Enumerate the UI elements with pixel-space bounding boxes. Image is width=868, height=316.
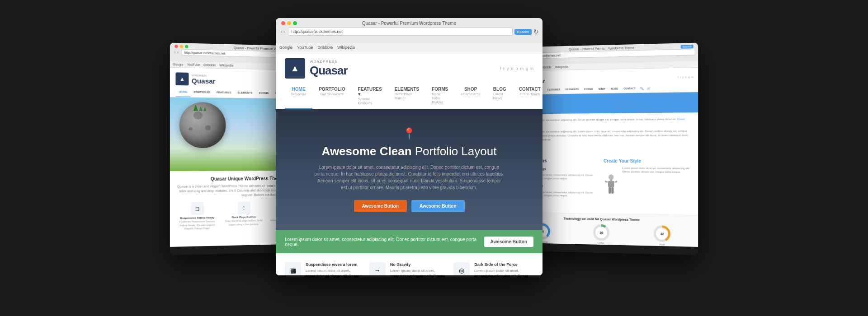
nav-contact[interactable]: CONTACT Get in Touch xyxy=(513,83,542,109)
right-nav-elements[interactable]: ELEMENTS xyxy=(563,86,581,93)
nav-shop[interactable]: SHOP eCommerce xyxy=(454,83,487,109)
gauge-value-php: 42 xyxy=(656,228,668,240)
tl-yellow-left[interactable] xyxy=(180,45,183,48)
tree-3 xyxy=(203,107,206,111)
nav-features[interactable]: FEATURES ▾ Special Features xyxy=(352,83,388,109)
right-browser-search-icon: Search xyxy=(681,44,693,48)
social-yt[interactable]: y xyxy=(507,66,509,71)
address-bar-center[interactable]: http://quasar.rockthemes.net xyxy=(288,28,512,36)
left-nav-features[interactable]: FEATURES xyxy=(213,88,235,98)
tl-red-left[interactable] xyxy=(175,45,178,48)
left-feat-icon-responsive: ◻ xyxy=(191,202,204,215)
social-pin[interactable]: d xyxy=(511,66,513,71)
right-col-right-title: Create Your Style xyxy=(604,158,693,164)
feature-title-3: Dark Side of the Force xyxy=(474,262,533,267)
right-col-right-desc: Lorem ipsum dolor sit amet, consectetur … xyxy=(623,166,693,174)
feature-item-2: → No Gravity Lorem ipsum dolor sit amet,… xyxy=(369,262,449,275)
nav-portfolio[interactable]: PORTFOLIO Our Showcase xyxy=(312,83,351,109)
feature-text-2: No Gravity Lorem ipsum dolor sit amet, c… xyxy=(390,262,449,275)
left-logo-icon: ▲ xyxy=(175,72,189,85)
planet-visual xyxy=(179,102,226,148)
refresh-icon-center[interactable]: ↻ xyxy=(533,28,539,35)
left-feat-icon-pagebuilder: ⋮ xyxy=(237,202,250,215)
gauge-html: 10 HTML xyxy=(593,224,609,245)
social-g[interactable]: b xyxy=(515,66,518,71)
left-nav-home[interactable]: HOME xyxy=(175,88,190,97)
center-logo-icon: ▲ xyxy=(285,58,305,79)
center-header-top: ▲ Wordpress Quasar f t y d b m g xyxy=(285,58,533,79)
hero-title: Awesome Clean Portfolio Layout xyxy=(285,144,533,158)
feature-text-1: Suspendisse viverra lorem Lorem ipsum do… xyxy=(306,262,365,275)
left-logo-text: Quasar xyxy=(192,77,216,85)
reader-button-center[interactable]: Reader xyxy=(514,29,532,35)
gauge-label-php: PHP xyxy=(654,243,670,246)
screenshots-container: Quasar - Powerful Premium Wordpress Them… xyxy=(185,18,683,298)
right-nav-contact[interactable]: CONTACT xyxy=(621,85,638,93)
right-search-icon[interactable]: 🔍 xyxy=(638,85,645,93)
green-banner-btn[interactable]: Awesome Button xyxy=(484,237,534,247)
tl-green-center[interactable] xyxy=(293,21,297,25)
left-feat-responsive: ◻ Responsive Retina Ready 5 Different Re… xyxy=(175,202,219,231)
hero-btn-awesome-1[interactable]: Awesome Button xyxy=(354,200,407,212)
center-header: ▲ Wordpress Quasar f t y d b m g xyxy=(276,51,542,109)
feature-text-3: Dark Side of the Force Lorem ipsum dolor… xyxy=(474,262,533,275)
crater-3 xyxy=(189,127,192,130)
svg-rect-6 xyxy=(611,187,613,194)
center-browser-content: ▲ Wordpress Quasar f t y d b m g xyxy=(276,51,542,275)
social-g2[interactable]: g xyxy=(526,66,528,71)
svg-rect-2 xyxy=(608,181,614,187)
right-nav-blog[interactable]: BLOG xyxy=(608,85,621,93)
svg-rect-1 xyxy=(610,180,612,181)
tl-red-center[interactable] xyxy=(281,21,285,25)
center-logo-wordpress: Wordpress xyxy=(310,60,348,64)
left-feat-desc-pagebuilder: Drag and drop page builder. Build pages … xyxy=(222,219,265,226)
center-nav: HOME Welcome PORTFOLIO Our Showcase FEAT… xyxy=(285,83,542,109)
right-nav-features[interactable]: FEATURES xyxy=(545,86,563,93)
hero-subtitle: Lorem ipsum dolor sit amet, consectetur … xyxy=(314,164,504,191)
island-trees xyxy=(193,104,207,111)
crater-1 xyxy=(193,112,203,120)
right-search-button[interactable]: Search xyxy=(681,44,693,48)
nav-back-left[interactable]: ‹ › xyxy=(173,49,180,56)
social-m[interactable]: m xyxy=(520,66,524,71)
title-bar-center: Quasar - Powerful Premium Wordpress Them… xyxy=(279,21,539,26)
feature-item-1: ▦ Suspendisse viverra lorem Lorem ipsum … xyxy=(285,262,365,275)
nav-back-center[interactable]: ‹ › xyxy=(279,29,286,35)
svg-point-0 xyxy=(609,174,613,180)
right-col-right-content: Lorem ipsum dolor sit amet, consectetur … xyxy=(604,166,693,206)
hero-pin-icon: 📍 xyxy=(285,127,533,140)
feature-desc-3: Lorem ipsum dolor sit amet, consectetur … xyxy=(474,268,533,275)
social-in[interactable]: in xyxy=(530,66,533,71)
tree-2 xyxy=(199,106,203,111)
feature-desc-2: Lorem ipsum dolor sit amet, consectetur … xyxy=(390,268,449,275)
feature-title-2: No Gravity xyxy=(390,262,449,267)
traffic-lights-left xyxy=(175,45,188,48)
right-nav-shop[interactable]: SHOP xyxy=(596,86,608,93)
feature-title-1: Suspendisse viverra lorem xyxy=(306,262,365,267)
left-nav-elements[interactable]: ELEMENTS xyxy=(235,89,256,98)
social-tw[interactable]: t xyxy=(503,66,505,71)
left-feat-desc-responsive: 5 Different Responsive Layouts. Retina R… xyxy=(175,220,219,231)
tl-green-left[interactable] xyxy=(185,45,188,48)
right-col-right: Create Your Style xyxy=(604,158,693,210)
tl-yellow-center[interactable] xyxy=(287,21,291,25)
svg-rect-3 xyxy=(604,181,608,183)
left-nav-forms[interactable]: FORMS xyxy=(256,89,272,98)
feature-icon-3: ◎ xyxy=(453,262,470,275)
svg-rect-4 xyxy=(614,181,618,183)
hero-btn-awesome-2[interactable]: Awesome Button xyxy=(411,200,465,212)
right-cart-icon[interactable]: 🛒 xyxy=(645,85,652,92)
nav-blog[interactable]: BLOG Latest News xyxy=(487,83,513,109)
center-features: ▦ Suspendisse viverra lorem Lorem ipsum … xyxy=(276,253,542,275)
svg-rect-5 xyxy=(609,187,611,194)
right-nav-forms[interactable]: FORMS xyxy=(581,86,596,93)
nav-home[interactable]: HOME Welcome xyxy=(285,83,312,109)
left-feat-pagebuilder: ⋮ Rock Page Builder Drag and drop page b… xyxy=(222,201,265,229)
nav-elements[interactable]: ELEMENTS Rock Page Builder xyxy=(388,83,425,109)
left-nav-portfolio[interactable]: PORTFOLIO xyxy=(191,88,213,98)
browser-chrome-center: Quasar - Powerful Premium Wordpress Them… xyxy=(276,18,542,43)
social-fb[interactable]: f xyxy=(500,66,501,71)
window-title-center: Quasar - Powerful Premium Wordpress Them… xyxy=(362,21,456,26)
feature-desc-1: Lorem ipsum dolor sit amet, consectetur … xyxy=(306,268,365,275)
nav-forms[interactable]: FORMS Rock Form Builder xyxy=(425,83,454,109)
